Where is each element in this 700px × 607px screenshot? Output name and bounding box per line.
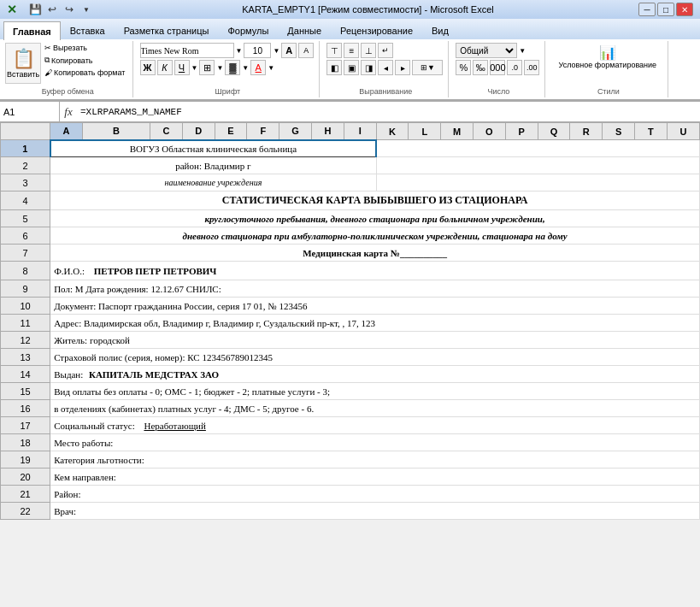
- tab-home[interactable]: Главная: [3, 21, 61, 40]
- font-size-dropdown-icon[interactable]: ▼: [273, 47, 279, 55]
- col-header-K[interactable]: K: [376, 123, 409, 140]
- cell-A17[interactable]: Социальный статус: Неработающий: [50, 417, 700, 434]
- col-header-A[interactable]: A: [50, 123, 83, 140]
- cell-A15[interactable]: Вид оплаты без оплаты - 0; ОМС - 1; бюдж…: [50, 383, 700, 400]
- cell-A19[interactable]: Категория льготности:: [50, 451, 700, 469]
- row-num-21[interactable]: 21: [1, 486, 50, 503]
- cell-A10[interactable]: Документ: Паспорт гражданина России, сер…: [50, 298, 700, 315]
- cell-A1[interactable]: ВОГУЗ Областная клиническая больница: [50, 140, 376, 157]
- bold-button[interactable]: Ж: [140, 60, 156, 75]
- col-header-C[interactable]: C: [150, 123, 183, 140]
- row-num-1[interactable]: 1: [1, 140, 50, 157]
- cell-A9[interactable]: Пол: М Дата рождения: 12.12.67 СНИЛС:: [50, 280, 700, 298]
- copy-button[interactable]: ⧉ Копировать: [43, 55, 127, 66]
- row-num-16[interactable]: 16: [1, 400, 50, 417]
- col-header-R[interactable]: R: [570, 123, 603, 140]
- border-button[interactable]: ⊞: [199, 60, 215, 75]
- col-header-H[interactable]: H: [312, 123, 344, 140]
- increase-decimal-button[interactable]: .0: [507, 60, 522, 75]
- indent-increase-button[interactable]: ▸: [395, 60, 410, 75]
- tab-insert[interactable]: Вставка: [61, 21, 115, 39]
- col-header-L[interactable]: L: [409, 123, 441, 140]
- currency-button[interactable]: %: [456, 60, 471, 75]
- col-header-G[interactable]: G: [279, 123, 312, 140]
- col-header-D[interactable]: D: [182, 123, 215, 140]
- maximize-button[interactable]: □: [657, 3, 674, 16]
- cell-A16[interactable]: в отделениях (кабинетах) платных услуг -…: [50, 400, 700, 417]
- col-header-E[interactable]: E: [215, 123, 247, 140]
- tab-view[interactable]: Вид: [422, 21, 458, 39]
- cell-A4[interactable]: СТАТИСТИЧЕСКАЯ КАРТА ВЫБЫВШЕГО ИЗ СТАЦИО…: [50, 192, 700, 210]
- save-icon[interactable]: 💾: [27, 2, 43, 17]
- font-size-input[interactable]: [244, 43, 271, 58]
- decrease-decimal-button[interactable]: .00: [524, 60, 539, 75]
- paste-button[interactable]: 📋 Вставить: [5, 43, 41, 84]
- tab-page-layout[interactable]: Разметка страницы: [115, 21, 219, 39]
- font-color-dropdown-icon[interactable]: ▼: [268, 64, 274, 72]
- undo-icon[interactable]: ↩: [44, 2, 60, 17]
- row-num-22[interactable]: 22: [1, 503, 50, 520]
- align-bottom-button[interactable]: ⊥: [361, 43, 376, 58]
- italic-button[interactable]: К: [157, 60, 173, 75]
- align-top-button[interactable]: ⊤: [326, 43, 342, 58]
- cell-A11[interactable]: Адрес: Владимирская обл, Владимир г, Вла…: [50, 315, 700, 332]
- conditional-format-button[interactable]: 📊 Условное форматирование: [552, 43, 662, 71]
- tab-formulas[interactable]: Формулы: [218, 21, 278, 39]
- fill-color-button[interactable]: ▓: [225, 60, 240, 75]
- row-num-6[interactable]: 6: [1, 227, 50, 245]
- col-header-U[interactable]: U: [667, 123, 699, 140]
- align-left-button[interactable]: ◧: [326, 60, 342, 75]
- col-header-M[interactable]: M: [441, 123, 474, 140]
- wrap-text-button[interactable]: ↵: [378, 43, 393, 58]
- number-format-select[interactable]: Общий: [456, 43, 517, 58]
- tab-review[interactable]: Рецензирование: [331, 21, 422, 39]
- cell-A6[interactable]: дневного стационара при амбулаторно-поли…: [50, 227, 700, 245]
- align-right-button[interactable]: ◨: [361, 60, 376, 75]
- cell-A8[interactable]: Ф.И.О.: ПЕТРОВ ПЕТР ПЕТРОВИЧ: [50, 262, 700, 280]
- cell-reference-box[interactable]: A1: [0, 102, 60, 121]
- minimize-button[interactable]: ─: [638, 3, 656, 16]
- row-num-5[interactable]: 5: [1, 210, 50, 227]
- cell-A22[interactable]: Врач:: [50, 503, 700, 520]
- col-header-F[interactable]: F: [247, 123, 279, 140]
- formula-fx-icon[interactable]: fx: [60, 105, 77, 119]
- col-header-Q[interactable]: Q: [538, 123, 570, 140]
- row-num-8[interactable]: 8: [1, 262, 50, 280]
- row-num-12[interactable]: 12: [1, 332, 50, 349]
- number-format-dropdown-icon[interactable]: ▼: [519, 47, 526, 55]
- tab-data[interactable]: Данные: [278, 21, 331, 39]
- align-middle-button[interactable]: ≡: [344, 43, 359, 58]
- cell-A21[interactable]: Район:: [50, 486, 700, 503]
- cell-A5[interactable]: круглосуточного пребывания, дневного ста…: [50, 210, 700, 227]
- row-num-4[interactable]: 4: [1, 192, 50, 210]
- row-num-10[interactable]: 10: [1, 298, 50, 315]
- window-controls[interactable]: ─ □ ✕: [638, 3, 693, 16]
- row-num-19[interactable]: 19: [1, 451, 50, 469]
- cell-K2[interactable]: [376, 157, 699, 174]
- percent-button[interactable]: ‰: [473, 60, 488, 75]
- cell-A13[interactable]: Страховой полис (серия, номер): КС 12345…: [50, 349, 700, 366]
- increase-font-button[interactable]: A: [281, 43, 297, 58]
- col-header-T[interactable]: T: [634, 123, 667, 140]
- formula-input[interactable]: [77, 107, 700, 117]
- row-num-15[interactable]: 15: [1, 383, 50, 400]
- decrease-font-button[interactable]: A: [298, 43, 314, 58]
- row-num-9[interactable]: 9: [1, 280, 50, 298]
- font-name-dropdown-icon[interactable]: ▼: [236, 47, 243, 55]
- row-num-13[interactable]: 13: [1, 349, 50, 366]
- fill-color-dropdown-icon[interactable]: ▼: [242, 64, 249, 72]
- font-name-input[interactable]: [140, 43, 234, 58]
- row-num-17[interactable]: 17: [1, 417, 50, 434]
- row-num-18[interactable]: 18: [1, 434, 50, 451]
- cut-button[interactable]: ✂ Вырезать: [43, 43, 127, 53]
- cell-A14[interactable]: Выдан: КАПИТАЛЬ МЕДСТРАХ ЗАО: [50, 366, 700, 383]
- row-num-11[interactable]: 11: [1, 315, 50, 332]
- cell-K1[interactable]: [376, 140, 699, 157]
- row-num-2[interactable]: 2: [1, 157, 50, 174]
- cell-K3[interactable]: [376, 174, 699, 192]
- align-center-button[interactable]: ▣: [344, 60, 359, 75]
- col-header-O[interactable]: O: [473, 123, 505, 140]
- col-header-P[interactable]: P: [505, 123, 538, 140]
- thousands-button[interactable]: 000: [490, 60, 505, 75]
- cell-A2[interactable]: район: Владимир г: [50, 157, 376, 174]
